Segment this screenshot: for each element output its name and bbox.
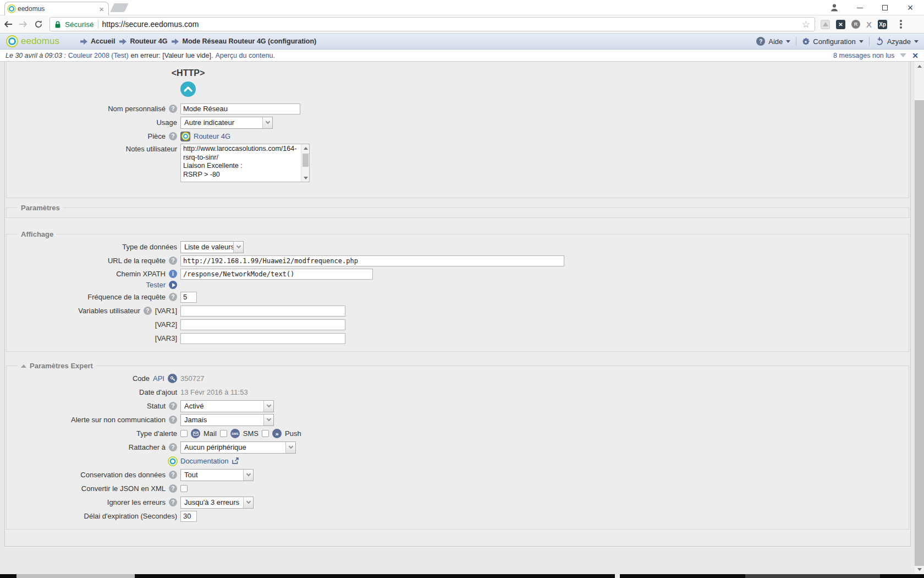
push-checkbox[interactable] bbox=[262, 430, 269, 437]
help-icon[interactable]: ? bbox=[169, 257, 177, 265]
var3-input[interactable] bbox=[180, 333, 345, 344]
external-link-icon bbox=[232, 457, 239, 465]
parametres-expert-legend[interactable]: Paramètres Expert bbox=[18, 362, 96, 370]
tab-close-icon[interactable]: × bbox=[99, 5, 104, 13]
play-icon[interactable] bbox=[169, 281, 177, 289]
help-icon[interactable]: ? bbox=[144, 307, 152, 315]
notes-textarea[interactable]: http://www.laroccasolutions.com/164-rsrq… bbox=[180, 144, 310, 182]
room-icon bbox=[180, 132, 190, 141]
affichage-legend[interactable]: Affichage bbox=[18, 230, 57, 238]
textarea-scrollbar[interactable] bbox=[301, 144, 309, 182]
chevron-down-icon bbox=[263, 401, 273, 412]
usage-select[interactable]: Autre indicateur bbox=[180, 117, 273, 129]
scrollbar-thumb[interactable] bbox=[915, 100, 924, 566]
back-button[interactable] bbox=[0, 20, 15, 28]
api-link[interactable]: API bbox=[153, 374, 164, 383]
ignorer-select[interactable]: Jusqu'à 3 erreurs bbox=[180, 497, 254, 509]
chemin-xpath-input[interactable] bbox=[180, 269, 373, 280]
convertir-json-checkbox[interactable] bbox=[180, 485, 188, 492]
help-icon[interactable]: ? bbox=[169, 416, 177, 424]
taskbar-edge bbox=[0, 574, 924, 578]
scrollbar-thumb[interactable] bbox=[302, 154, 309, 167]
forward-arrow-icon bbox=[19, 20, 28, 28]
scroll-down-icon[interactable] bbox=[915, 565, 924, 574]
url-requete-input[interactable] bbox=[180, 255, 564, 266]
new-tab-button[interactable] bbox=[110, 3, 128, 12]
unread-messages-link[interactable]: 8 messages non lus bbox=[833, 52, 894, 59]
scroll-up-icon[interactable] bbox=[915, 62, 924, 71]
breadcrumb-item-config[interactable]: Mode Réseau Routeur 4G (configuration) bbox=[172, 37, 316, 45]
delai-label: Délai d'expiration (Secondes) bbox=[84, 512, 177, 520]
tester-link[interactable]: Tester bbox=[146, 281, 166, 289]
help-icon[interactable]: ? bbox=[169, 484, 177, 493]
forward-button[interactable] bbox=[15, 20, 31, 28]
breadcrumb-arrow-icon bbox=[80, 39, 87, 45]
breadcrumb-item-accueil[interactable]: Accueil bbox=[80, 37, 115, 45]
help-menu[interactable]: ? Aide bbox=[756, 37, 790, 46]
eedomus-logo-icon bbox=[10, 39, 14, 43]
help-icon[interactable]: ? bbox=[169, 105, 177, 113]
rattacher-select[interactable]: Aucun périphérique bbox=[180, 441, 296, 454]
breadcrumb-arrow-icon bbox=[172, 39, 179, 45]
notification-error-link[interactable]: Couleur 2008 (Test) bbox=[68, 52, 129, 59]
help-icon[interactable]: ? bbox=[169, 293, 177, 301]
page-scrollbar[interactable] bbox=[915, 62, 924, 574]
address-bar[interactable]: Sécurisé https://secure.eedomus.com ☆ bbox=[50, 17, 815, 31]
notification-preview-link[interactable]: Aperçu du contenu. bbox=[215, 52, 274, 59]
field-row-documentation: Documentation bbox=[7, 455, 909, 467]
help-icon[interactable]: ? bbox=[169, 402, 177, 410]
parametres-legend[interactable]: Paramètres bbox=[18, 204, 63, 212]
expand-messages-icon[interactable] bbox=[900, 53, 906, 57]
statut-select[interactable]: Activé bbox=[180, 400, 274, 412]
var2-input[interactable] bbox=[180, 319, 345, 330]
help-icon[interactable]: ? bbox=[169, 443, 177, 451]
sms-checkbox[interactable] bbox=[220, 430, 227, 437]
help-icon[interactable]: ? bbox=[169, 132, 177, 140]
person-icon bbox=[829, 3, 839, 13]
close-notification-icon[interactable]: ✕ bbox=[912, 51, 919, 60]
mail-checkbox[interactable] bbox=[180, 430, 188, 437]
nom-input[interactable] bbox=[180, 103, 300, 114]
browser-menu-icon[interactable] bbox=[900, 20, 902, 29]
type-donnees-select[interactable]: Liste de valeurs bbox=[180, 241, 244, 253]
browser-tab[interactable]: eedomus × bbox=[4, 2, 109, 15]
statut-label: Statut bbox=[147, 402, 166, 410]
configuration-menu[interactable]: Configuration bbox=[802, 37, 863, 46]
scroll-down-icon[interactable] bbox=[301, 174, 310, 182]
xp-extension-icon[interactable]: Xp bbox=[878, 20, 887, 29]
alerte-select[interactable]: Jamais bbox=[180, 414, 274, 426]
chevron-down-icon bbox=[914, 40, 919, 43]
breadcrumb-item-routeur[interactable]: Routeur 4G bbox=[119, 37, 167, 45]
secure-label: Sécurisé bbox=[65, 20, 94, 29]
conservation-select[interactable]: Tout bbox=[180, 469, 254, 481]
notification-bar: Le 30 avril à 09:03 : Couleur 2008 (Test… bbox=[0, 50, 924, 62]
info-icon[interactable]: i bbox=[169, 270, 177, 278]
scroll-up-icon[interactable] bbox=[301, 144, 310, 152]
profile-icon[interactable] bbox=[822, 0, 847, 15]
url-text[interactable]: https://secure.eedomus.com bbox=[102, 20, 798, 29]
date-ajout-value: 13 Févr 2016 à 11:53 bbox=[180, 388, 248, 396]
delai-input[interactable] bbox=[180, 511, 197, 522]
push-icon: » bbox=[272, 429, 282, 438]
collapse-up-button[interactable] bbox=[180, 81, 196, 97]
user-menu[interactable]: Azyade bbox=[875, 37, 919, 46]
bookmark-star-icon[interactable]: ☆ bbox=[802, 19, 810, 30]
x-dark-extension-icon[interactable]: ✕ bbox=[836, 20, 845, 29]
x-gray-extension-icon[interactable]: X bbox=[866, 20, 872, 29]
documentation-link[interactable]: Documentation bbox=[180, 457, 228, 465]
window-maximize-button[interactable] bbox=[872, 0, 898, 15]
help-icon[interactable]: ? bbox=[169, 471, 177, 479]
push-option-label: Push bbox=[285, 429, 301, 438]
r-extension-icon[interactable]: R bbox=[851, 20, 860, 29]
pdf-extension-icon[interactable] bbox=[821, 20, 830, 29]
window-minimize-button[interactable] bbox=[847, 0, 872, 15]
frequence-input[interactable] bbox=[180, 292, 197, 303]
piece-link[interactable]: Routeur 4G bbox=[194, 132, 230, 140]
url-requete-label: URL de la requête bbox=[108, 257, 166, 265]
reload-button[interactable] bbox=[31, 20, 46, 29]
window-close-button[interactable]: × bbox=[898, 0, 923, 15]
help-icon[interactable]: ? bbox=[169, 498, 177, 506]
notification-date: Le 30 avril à 09:03 : bbox=[6, 52, 66, 59]
extensions-row: ✕ R X Xp bbox=[821, 20, 902, 29]
var1-input[interactable] bbox=[180, 306, 345, 317]
